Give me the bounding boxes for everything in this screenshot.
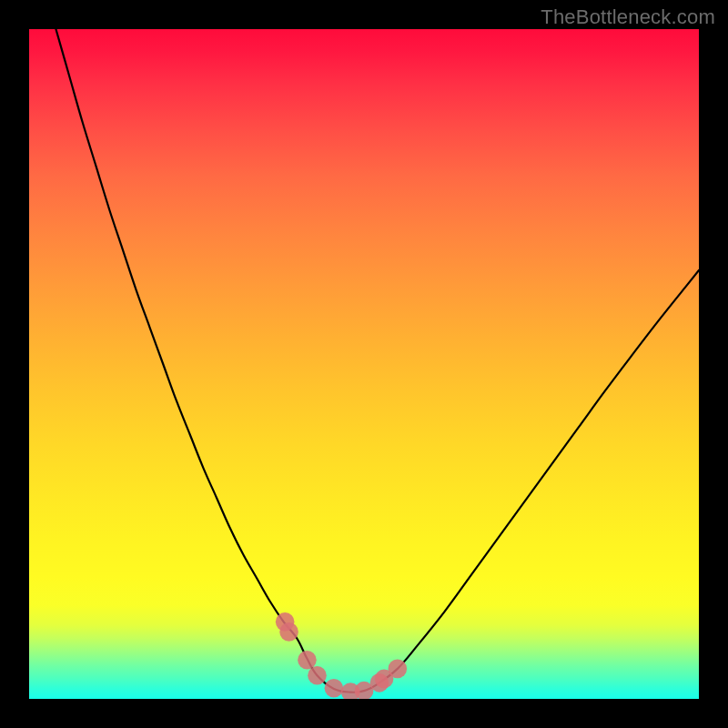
marker-point bbox=[308, 666, 327, 685]
chart-frame: TheBottleneck.com bbox=[0, 0, 728, 728]
bottleneck-curve bbox=[56, 29, 699, 693]
marker-point bbox=[389, 660, 408, 679]
marker-point bbox=[298, 651, 317, 670]
watermark-text: TheBottleneck.com bbox=[541, 5, 715, 29]
highlight-markers bbox=[276, 612, 407, 699]
curve-layer bbox=[29, 29, 699, 699]
plot-area bbox=[29, 29, 699, 699]
marker-point bbox=[325, 679, 344, 698]
marker-point bbox=[279, 622, 298, 642]
